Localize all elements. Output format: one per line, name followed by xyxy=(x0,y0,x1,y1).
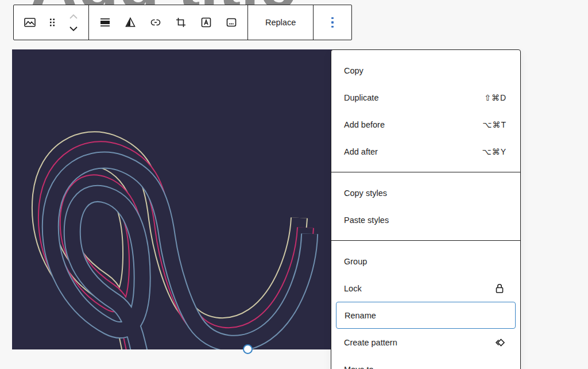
menu-item-group[interactable]: Group xyxy=(331,248,520,275)
pattern-icon xyxy=(493,336,506,349)
menu-item-create-pattern[interactable]: Create pattern xyxy=(331,329,520,356)
menu-item-copy[interactable]: Copy xyxy=(331,57,520,84)
move-up-button[interactable] xyxy=(63,10,84,22)
align-icon xyxy=(98,16,112,29)
menu-item-add-before[interactable]: Add before ⌥⌘T xyxy=(331,111,520,138)
replace-button[interactable]: Replace xyxy=(252,5,310,40)
resize-handle[interactable] xyxy=(243,344,253,354)
menu-group-organize: Group Lock Rename Create pattern xyxy=(331,240,520,369)
move-up-icon xyxy=(67,13,80,21)
drag-handle-icon xyxy=(45,16,59,29)
menu-group-styles: Copy styles Paste styles xyxy=(331,172,520,240)
crop-icon xyxy=(174,16,188,29)
menu-item-rename[interactable]: Rename xyxy=(336,302,516,329)
text-overlay-icon xyxy=(199,16,213,29)
block-toolbar: Replace xyxy=(13,5,352,40)
menu-item-lock[interactable]: Lock xyxy=(331,275,520,302)
shortcut-duplicate: ⇧⌘D xyxy=(484,93,506,102)
image-block-type-button[interactable] xyxy=(17,9,42,36)
duotone-filter-icon xyxy=(123,16,137,29)
options-menu-button[interactable] xyxy=(317,5,348,40)
text-overlay-button[interactable] xyxy=(194,9,219,36)
link-icon xyxy=(149,16,163,29)
toolbar-group-block xyxy=(14,5,89,40)
menu-item-move-to[interactable]: Move to xyxy=(331,356,520,369)
move-down-button[interactable] xyxy=(63,22,84,34)
options-ellipsis-icon xyxy=(331,17,334,28)
duotone-filter-button[interactable] xyxy=(118,9,143,36)
menu-item-paste-styles[interactable]: Paste styles xyxy=(331,206,520,233)
image-block-icon xyxy=(23,16,37,29)
menu-item-add-after[interactable]: Add after ⌥⌘Y xyxy=(331,138,520,165)
lock-icon xyxy=(493,282,506,295)
block-movers xyxy=(62,10,85,34)
toolbar-group-options xyxy=(314,5,351,40)
move-down-icon xyxy=(67,25,80,33)
shortcut-add-after: ⌥⌘Y xyxy=(482,147,506,156)
drag-handle-button[interactable] xyxy=(42,9,62,36)
menu-item-copy-styles[interactable]: Copy styles xyxy=(331,179,520,206)
toolbar-group-replace: Replace xyxy=(248,5,314,40)
align-button[interactable] xyxy=(92,9,118,36)
crop-button[interactable] xyxy=(168,9,194,36)
link-button[interactable] xyxy=(143,9,168,36)
caption-button[interactable] xyxy=(219,9,244,36)
toolbar-group-tools xyxy=(89,5,248,40)
caption-icon xyxy=(225,16,238,29)
menu-item-duplicate[interactable]: Duplicate ⇧⌘D xyxy=(331,84,520,111)
menu-group-clipboard: Copy Duplicate ⇧⌘D Add before ⌥⌘T Add af… xyxy=(331,50,520,172)
block-options-dropdown: Copy Duplicate ⇧⌘D Add before ⌥⌘T Add af… xyxy=(331,49,521,369)
shortcut-add-before: ⌥⌘T xyxy=(482,120,506,129)
